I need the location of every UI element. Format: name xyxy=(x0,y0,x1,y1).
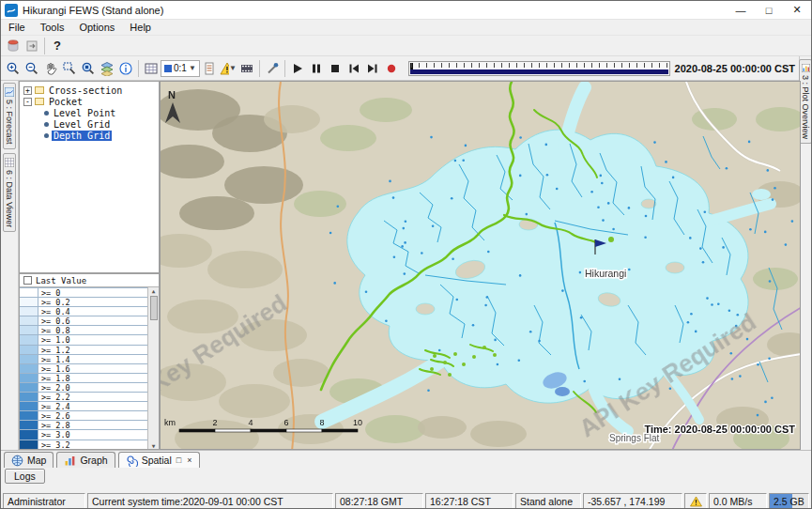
legend-row[interactable]: >= 1.6 xyxy=(20,364,147,374)
tab-map[interactable]: Map xyxy=(4,452,54,468)
legend-row[interactable]: >= 0.2 xyxy=(20,298,147,307)
close-button[interactable]: ✕ xyxy=(783,1,811,19)
legend-row[interactable]: >= 2.6 xyxy=(20,411,147,421)
legend-panel: Last Value >= 0>= 0.2>= 0.4>= 0.6>= 0.8>… xyxy=(19,273,160,450)
tree-item-label-selected[interactable]: Depth Grid xyxy=(52,131,112,141)
time-slider[interactable] xyxy=(408,61,670,76)
export-button[interactable] xyxy=(23,37,41,55)
legend-row[interactable]: >= 1.8 xyxy=(20,374,147,383)
collapse-icon[interactable]: - xyxy=(23,98,32,106)
forecast-icon xyxy=(5,87,14,97)
last-value-label: Last Value xyxy=(36,276,86,285)
tree-item-pocket[interactable]: - Pocket xyxy=(20,96,159,107)
tree-item-label[interactable]: Level Grid xyxy=(52,119,112,130)
scrollbar-thumb[interactable] xyxy=(150,296,158,320)
tab-close-icon[interactable]: × xyxy=(186,455,192,465)
map-toolbar: 0:1 ▼ ▼ 2020-08-25 00:00:00 CST xyxy=(1,56,799,81)
legend-row[interactable]: >= 0.8 xyxy=(20,326,147,335)
legend-row[interactable]: >= 1.0 xyxy=(20,335,147,345)
legend-value-label: >= 1.6 xyxy=(38,364,147,373)
warnings-dropdown[interactable]: ▼ xyxy=(219,59,237,78)
tab-graph[interactable]: Graph xyxy=(56,452,115,468)
maximize-button[interactable]: □ xyxy=(755,1,783,19)
legend-value-label: >= 1.8 xyxy=(38,374,147,382)
stop-button[interactable] xyxy=(326,59,345,78)
legend-scrollbar[interactable]: ▲ ▼ xyxy=(147,287,159,449)
tab-restore-icon[interactable]: □ xyxy=(176,455,182,465)
tab-plot-overview[interactable]: 3 : Plot Overview xyxy=(799,59,812,144)
tree-item-cross-section[interactable]: + Cross-section xyxy=(20,85,159,96)
help-button[interactable]: ? xyxy=(48,37,67,55)
legend-color-swatch xyxy=(20,288,38,297)
legend-row[interactable]: >= 1.2 xyxy=(20,346,147,355)
zoom-in-button[interactable] xyxy=(4,59,23,78)
chevron-down-icon: ▼ xyxy=(189,64,196,72)
tab-forecast-label: 5 : Forecast xyxy=(5,100,14,145)
minimize-button[interactable]: — xyxy=(727,1,755,19)
legend-color-swatch xyxy=(20,307,38,316)
legend-row[interactable]: >= 3.0 xyxy=(20,430,147,440)
legend-row[interactable]: >= 0 xyxy=(20,288,147,298)
tree-item-label[interactable]: Level Point xyxy=(52,108,117,118)
tree-item-depth-grid[interactable]: Depth Grid xyxy=(20,130,159,141)
legend-row[interactable]: >= 2.4 xyxy=(20,402,147,411)
zoom-extent-icon xyxy=(81,61,96,76)
bottom-tab-bar: Map Graph Spatial □ × xyxy=(1,450,811,468)
status-system-time: Current system time:2020-09-01 00:00 CST xyxy=(87,493,333,509)
dropper-button[interactable] xyxy=(263,59,282,78)
zoom-extent-button[interactable] xyxy=(79,59,98,78)
last-value-checkbox[interactable] xyxy=(23,276,32,285)
logs-button[interactable]: Logs xyxy=(5,469,45,484)
database-button[interactable] xyxy=(4,37,23,55)
tab-spatial[interactable]: Spatial □ × xyxy=(118,452,201,468)
zoom-out-button[interactable] xyxy=(23,59,41,78)
tree-item-label[interactable]: Cross-section xyxy=(47,85,124,96)
legend-row[interactable]: >= 2.0 xyxy=(20,383,147,393)
scroll-down-icon[interactable]: ▼ xyxy=(152,442,156,449)
legend-row[interactable]: >= 0.6 xyxy=(20,316,147,326)
legend-row[interactable]: >= 1.4 xyxy=(20,355,147,364)
tab-forecast[interactable]: 5 : Forecast xyxy=(3,83,16,149)
map-canvas[interactable]: API Key Required API Key Required Hikura… xyxy=(161,82,801,450)
legend-value-label: >= 3.0 xyxy=(38,430,147,439)
tab-data-viewer[interactable]: 6 : Data Viewer xyxy=(3,153,16,232)
legend-row[interactable]: >= 2.2 xyxy=(20,393,147,402)
tree-item-level-grid[interactable]: Level Grid xyxy=(20,118,159,130)
slider-range-bar[interactable] xyxy=(410,69,668,74)
legend-row[interactable]: >= 0.4 xyxy=(20,307,147,316)
main-toolbar: ? xyxy=(1,36,811,56)
tree-item-label[interactable]: Pocket xyxy=(47,97,84,107)
scroll-up-icon[interactable]: ▲ xyxy=(152,287,156,294)
layers-button[interactable] xyxy=(98,59,116,78)
tab-graph-label: Graph xyxy=(80,455,107,466)
grid-display-button[interactable] xyxy=(142,59,161,78)
animation-button[interactable] xyxy=(237,59,256,78)
legend-color-swatch xyxy=(20,430,38,439)
svg-text:10: 10 xyxy=(353,418,362,427)
menu-tools[interactable]: Tools xyxy=(33,21,72,34)
plot-overview-icon xyxy=(802,64,810,72)
report-button[interactable] xyxy=(200,59,219,78)
menu-help[interactable]: Help xyxy=(122,21,159,34)
tree-item-level-point[interactable]: Level Point xyxy=(20,107,159,118)
menu-options[interactable]: Options xyxy=(71,21,122,34)
legend-row[interactable]: >= 3.2 xyxy=(20,440,147,450)
play-button[interactable] xyxy=(288,59,307,78)
zoom-box-button[interactable] xyxy=(60,59,79,78)
pan-button[interactable] xyxy=(41,59,60,78)
menu-file[interactable]: File xyxy=(1,21,33,34)
first-frame-button[interactable] xyxy=(345,59,363,78)
folder-icon xyxy=(35,86,44,94)
tab-data-viewer-label: 6 : Data Viewer xyxy=(5,170,14,227)
expand-icon[interactable]: + xyxy=(23,86,32,95)
layer-scale-combo[interactable]: 0:1 ▼ xyxy=(161,60,200,77)
record-button[interactable] xyxy=(382,59,401,78)
legend-value-label: >= 1.0 xyxy=(38,335,147,344)
legend-color-swatch xyxy=(20,440,38,449)
legend-row[interactable]: >= 2.8 xyxy=(20,421,147,430)
pause-button[interactable] xyxy=(307,59,326,78)
last-frame-button[interactable] xyxy=(363,59,382,78)
status-warning-cell[interactable] xyxy=(684,493,707,509)
info-button[interactable] xyxy=(116,59,135,78)
legend-value-label: >= 0.6 xyxy=(38,316,147,325)
